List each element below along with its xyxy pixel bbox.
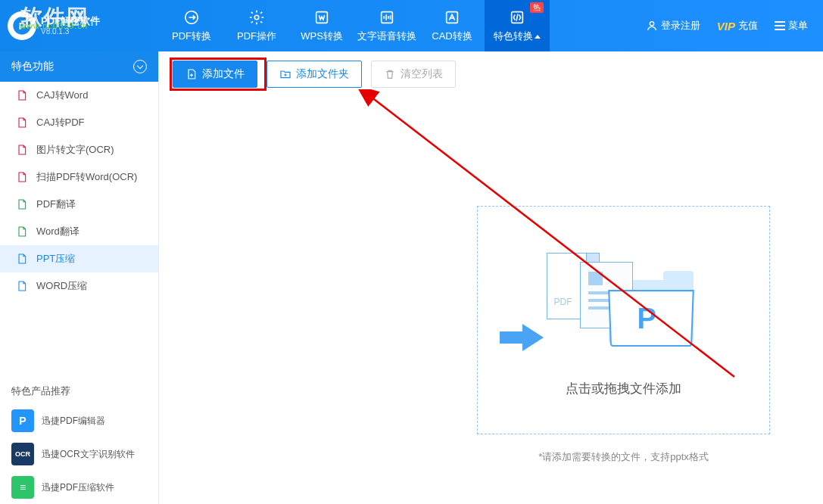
logo-area: P PDF解密软件 V8.0.1.3 bbox=[0, 11, 159, 40]
special-icon bbox=[508, 8, 526, 26]
nav-label: WPS转换 bbox=[301, 30, 343, 43]
nav-label: 特色转换 bbox=[494, 30, 541, 43]
promo-icon: OCR bbox=[11, 443, 34, 465]
nav-label: 文字语音转换 bbox=[357, 30, 416, 43]
sidebar-item-scan-ocr[interactable]: 扫描PDF转Word(OCR) bbox=[0, 163, 158, 191]
convert-icon bbox=[182, 8, 201, 26]
sidebar-item-label: WORD压缩 bbox=[36, 279, 87, 293]
nav-tab-pdf-operate[interactable]: PDF操作 bbox=[224, 0, 289, 51]
doc-icon bbox=[15, 225, 29, 238]
toolbar: 添加文件 添加文件夹 清空列表 bbox=[173, 61, 809, 88]
sidebar-item-label: PDF翻译 bbox=[36, 198, 76, 211]
drop-zone-hint: *请添加需要转换的文件，支持pptx格式 bbox=[478, 450, 769, 464]
sidebar-header-title: 特色功能 bbox=[11, 60, 54, 73]
top-navbar: P PDF解密软件 V8.0.1.3 软件网 www.pc0359.cn PDF… bbox=[0, 0, 823, 51]
app-logo-icon: P bbox=[8, 11, 36, 40]
nav-tab-pdf-convert[interactable]: PDF转换 bbox=[159, 0, 224, 51]
promo-icon: P bbox=[11, 409, 34, 432]
doc-icon bbox=[15, 252, 29, 266]
recharge-label: 充值 bbox=[738, 19, 758, 33]
nav-tab-text-speech[interactable]: 文字语音转换 bbox=[354, 0, 419, 51]
clear-list-button[interactable]: 清空列表 bbox=[371, 61, 456, 88]
button-label: 添加文件 bbox=[202, 67, 245, 81]
top-right-area: 登录注册 VIP 充值 菜单 bbox=[646, 19, 823, 33]
drop-illustration: P PDF bbox=[533, 244, 684, 365]
doc-icon bbox=[15, 279, 29, 293]
sidebar-item-img-ocr[interactable]: 图片转文字(OCR) bbox=[0, 136, 158, 163]
promo-header: 特色产品推荐 bbox=[0, 375, 158, 404]
sidebar-item-pdf-translate[interactable]: PDF翻译 bbox=[0, 191, 158, 218]
chevron-down-icon bbox=[133, 60, 147, 73]
doc-icon bbox=[15, 116, 29, 129]
menu-label: 菜单 bbox=[788, 19, 808, 33]
sidebar-item-label: CAJ转Word bbox=[36, 89, 88, 102]
add-file-button[interactable]: 添加文件 bbox=[173, 61, 257, 88]
user-icon bbox=[646, 20, 658, 32]
doc-icon bbox=[15, 170, 29, 184]
svg-point-8 bbox=[650, 22, 653, 26]
button-label: 添加文件夹 bbox=[296, 67, 349, 81]
file-plus-icon bbox=[185, 68, 198, 80]
menu-button[interactable]: 菜单 bbox=[775, 19, 808, 33]
vip-label: VIP bbox=[717, 20, 735, 33]
sidebar-item-label: 图片转文字(OCR) bbox=[36, 143, 114, 157]
sidebar-item-label: CAJ转PDF bbox=[36, 116, 85, 129]
sidebar-item-label: Word翻译 bbox=[36, 225, 79, 238]
add-folder-button[interactable]: 添加文件夹 bbox=[267, 61, 362, 88]
pdf-label: PDF bbox=[554, 297, 572, 307]
nav-tab-special[interactable]: 热 特色转换 bbox=[485, 0, 550, 51]
sidebar-header[interactable]: 特色功能 bbox=[0, 51, 158, 82]
hamburger-icon bbox=[775, 21, 785, 30]
promo-item-ocr[interactable]: OCR 迅捷OCR文字识别软件 bbox=[0, 437, 158, 471]
wps-icon bbox=[313, 8, 331, 26]
sidebar-item-label: 扫描PDF转Word(OCR) bbox=[36, 170, 137, 184]
trash-icon bbox=[384, 68, 396, 80]
chevron-up-icon bbox=[535, 35, 541, 39]
nav-label: PDF操作 bbox=[237, 30, 276, 43]
promo-label: 迅捷PDF压缩软件 bbox=[42, 481, 114, 494]
sidebar-item-word-translate[interactable]: Word翻译 bbox=[0, 218, 158, 245]
nav-label: PDF转换 bbox=[172, 30, 211, 43]
sidebar: 特色功能 CAJ转Word CAJ转PDF 图片转文字(OCR) 扫描PDF转W… bbox=[0, 51, 159, 504]
nav-label: CAD转换 bbox=[432, 30, 472, 43]
promo-label: 迅捷PDF编辑器 bbox=[42, 415, 105, 428]
promo-label: 迅捷OCR文字识别软件 bbox=[42, 448, 135, 461]
promo-item-pdf-editor[interactable]: P 迅捷PDF编辑器 bbox=[0, 404, 158, 437]
app-title: PDF解密软件 bbox=[41, 15, 100, 27]
doc-icon bbox=[15, 89, 29, 102]
cad-icon bbox=[443, 8, 461, 26]
button-label: 清空列表 bbox=[401, 67, 443, 81]
svg-text:P: P bbox=[19, 20, 26, 32]
login-label: 登录注册 bbox=[661, 19, 700, 33]
gear-icon bbox=[248, 8, 266, 26]
app-version: V8.0.1.3 bbox=[41, 27, 100, 36]
doc-icon bbox=[15, 198, 29, 211]
doc-icon bbox=[15, 143, 29, 157]
drop-zone[interactable]: P PDF 点击或拖拽文件添加 *请添加需要转换的文件，支持pptx格式 bbox=[477, 206, 770, 434]
drop-zone-title: 点击或拖拽文件添加 bbox=[566, 380, 681, 397]
vip-button[interactable]: VIP 充值 bbox=[717, 19, 758, 33]
login-button[interactable]: 登录注册 bbox=[646, 19, 700, 33]
sidebar-item-word-compress[interactable]: WORD压缩 bbox=[0, 272, 158, 300]
sidebar-item-caj-pdf[interactable]: CAJ转PDF bbox=[0, 109, 158, 136]
nav-tabs: PDF转换 PDF操作 WPS转换 文字语音转换 CAD转换 热 特色转换 bbox=[159, 0, 646, 51]
sidebar-item-label: PPT压缩 bbox=[36, 252, 75, 266]
hot-badge: 热 bbox=[530, 2, 544, 13]
svg-point-3 bbox=[254, 15, 259, 20]
nav-tab-cad[interactable]: CAD转换 bbox=[419, 0, 485, 51]
main-panel: 添加文件 添加文件夹 清空列表 P bbox=[159, 51, 823, 504]
promo-item-compress[interactable]: ≡ 迅捷PDF压缩软件 bbox=[0, 471, 158, 504]
audio-icon bbox=[378, 8, 396, 26]
sidebar-item-caj-word[interactable]: CAJ转Word bbox=[0, 82, 158, 109]
nav-tab-wps[interactable]: WPS转换 bbox=[289, 0, 354, 51]
sidebar-item-ppt-compress[interactable]: PPT压缩 bbox=[0, 245, 158, 272]
folder-plus-icon bbox=[279, 68, 291, 80]
promo-icon: ≡ bbox=[11, 476, 34, 499]
